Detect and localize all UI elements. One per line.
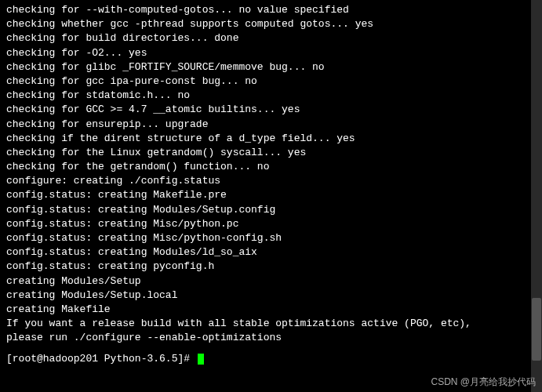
terminal-prompt-line[interactable]: [root@hadoop201 Python-3.6.5]# [6, 352, 536, 366]
output-line: checking for -O2... yes [6, 46, 536, 60]
output-line: checking if the dirent structure of a d_… [6, 132, 536, 146]
output-line: checking for the Linux getrandom() sysca… [6, 146, 536, 160]
output-line: checking whether gcc -pthread supports c… [6, 17, 536, 31]
output-line: checking for stdatomic.h... no [6, 89, 536, 103]
output-line: configure: creating ./config.status [6, 174, 536, 188]
scrollbar[interactable] [531, 0, 542, 392]
output-line: checking for glibc _FORTIFY_SOURCE/memmo… [6, 60, 536, 74]
watermark-text: CSDN @月亮给我抄代码 [431, 376, 536, 389]
output-line: creating Modules/Setup.local [6, 289, 536, 303]
output-line: config.status: creating Makefile.pre [6, 188, 536, 202]
output-line: If you want a release build with all sta… [6, 317, 536, 331]
terminal-output: checking for --with-computed-gotos... no… [6, 3, 536, 346]
shell-prompt: [root@hadoop201 Python-3.6.5]# [6, 353, 196, 365]
scrollbar-thumb[interactable] [532, 298, 541, 361]
output-line: checking for build directories... done [6, 31, 536, 45]
output-line: creating Makefile [6, 303, 536, 317]
output-line: please run ./configure --enable-optimiza… [6, 331, 536, 345]
output-line: config.status: creating Misc/python.pc [6, 217, 536, 231]
output-line: checking for --with-computed-gotos... no… [6, 3, 536, 17]
output-line: checking for GCC >= 4.7 __atomic builtin… [6, 103, 536, 117]
output-line: checking for the getrandom() function...… [6, 160, 536, 174]
cursor-icon [198, 354, 204, 365]
output-line: creating Modules/Setup [6, 274, 536, 289]
output-line: checking for gcc ipa-pure-const bug... n… [6, 74, 536, 89]
output-line: config.status: creating Modules/ld_so_ai… [6, 245, 536, 260]
output-line: config.status: creating Misc/python-conf… [6, 231, 536, 245]
output-line: config.status: creating pyconfig.h [6, 260, 536, 274]
output-line: config.status: creating Modules/Setup.co… [6, 203, 536, 217]
output-line: checking for ensurepip... upgrade [6, 118, 536, 132]
